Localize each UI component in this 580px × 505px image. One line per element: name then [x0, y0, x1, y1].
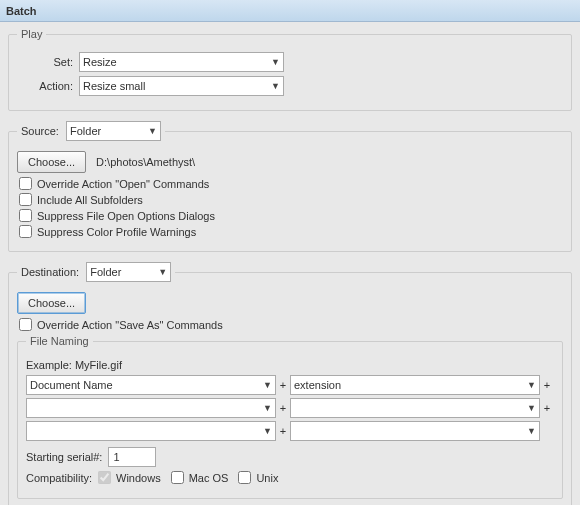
starting-serial-label: Starting serial#:	[26, 451, 102, 463]
starting-serial-input[interactable]	[108, 447, 156, 467]
window-title: Batch	[0, 0, 580, 22]
compat-unix-label: Unix	[256, 472, 278, 484]
play-legend: Play	[17, 28, 46, 40]
destination-choose-button[interactable]: Choose...	[17, 292, 86, 314]
chevron-down-icon: ▼	[527, 403, 536, 413]
compat-macos-label: Mac OS	[189, 472, 229, 484]
set-select[interactable]: Resize▼	[79, 52, 284, 72]
play-group: Play Set: Resize▼ Action: Resize small▼	[8, 28, 572, 111]
action-select[interactable]: Resize small▼	[79, 76, 284, 96]
source-choose-button[interactable]: Choose...	[17, 151, 86, 173]
naming-field-4[interactable]: ▼	[290, 398, 540, 418]
chevron-down-icon: ▼	[148, 126, 157, 136]
suppress-colorprofile-label: Suppress Color Profile Warnings	[37, 226, 196, 238]
source-label: Source:	[21, 125, 59, 137]
naming-field-6[interactable]: ▼	[290, 421, 540, 441]
destination-label: Destination:	[21, 266, 79, 278]
chevron-down-icon: ▼	[263, 403, 272, 413]
plus-icon: +	[540, 379, 554, 391]
chevron-down-icon: ▼	[263, 380, 272, 390]
destination-legend-row: Destination: Folder▼	[17, 262, 175, 282]
plus-icon: +	[540, 402, 554, 414]
chevron-down-icon: ▼	[271, 81, 280, 91]
override-open-label: Override Action "Open" Commands	[37, 178, 209, 190]
set-label: Set:	[17, 56, 73, 68]
file-naming-legend: File Naming	[26, 335, 93, 347]
compat-windows-checkbox	[98, 471, 111, 484]
compat-macos-checkbox[interactable]	[171, 471, 184, 484]
suppress-fileopen-label: Suppress File Open Options Dialogs	[37, 210, 215, 222]
destination-select[interactable]: Folder▼	[86, 262, 171, 282]
override-saveas-checkbox[interactable]	[19, 318, 32, 331]
chevron-down-icon: ▼	[271, 57, 280, 67]
destination-group: Destination: Folder▼ Choose... Override …	[8, 262, 572, 505]
plus-icon: +	[276, 402, 290, 414]
chevron-down-icon: ▼	[527, 426, 536, 436]
naming-field-1[interactable]: Document Name▼	[26, 375, 276, 395]
chevron-down-icon: ▼	[158, 267, 167, 277]
suppress-colorprofile-checkbox[interactable]	[19, 225, 32, 238]
action-label: Action:	[17, 80, 73, 92]
plus-icon: +	[276, 379, 290, 391]
source-group: Source: Folder▼ Choose... D:\photos\Amet…	[8, 121, 572, 252]
compat-windows-label: Windows	[116, 472, 161, 484]
example-label: Example:	[26, 359, 72, 371]
example-value: MyFile.gif	[75, 359, 122, 371]
naming-field-5[interactable]: ▼	[26, 421, 276, 441]
override-saveas-label: Override Action "Save As" Commands	[37, 319, 223, 331]
file-naming-group: File Naming Example: MyFile.gif Document…	[17, 335, 563, 499]
naming-field-3[interactable]: ▼	[26, 398, 276, 418]
source-select[interactable]: Folder▼	[66, 121, 161, 141]
plus-icon: +	[276, 425, 290, 437]
chevron-down-icon: ▼	[527, 380, 536, 390]
compat-unix-checkbox[interactable]	[238, 471, 251, 484]
suppress-fileopen-checkbox[interactable]	[19, 209, 32, 222]
override-open-checkbox[interactable]	[19, 177, 32, 190]
source-path: D:\photos\Amethyst\	[96, 156, 195, 168]
include-subfolders-checkbox[interactable]	[19, 193, 32, 206]
naming-field-2[interactable]: extension▼	[290, 375, 540, 395]
compatibility-label: Compatibility:	[26, 472, 92, 484]
chevron-down-icon: ▼	[263, 426, 272, 436]
source-legend-row: Source: Folder▼	[17, 121, 165, 141]
include-subfolders-label: Include All Subfolders	[37, 194, 143, 206]
